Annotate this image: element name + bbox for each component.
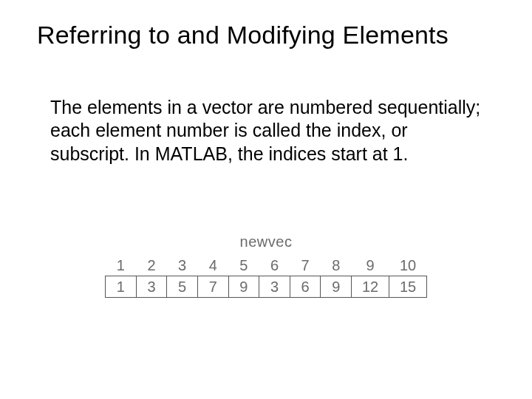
vector-figure: newvec 1 2 3 4 5 6 7 8 9 10 1 3 5 [105,233,427,298]
index-cell: 6 [259,255,290,276]
vector-table: 1 2 3 4 5 6 7 8 9 10 1 3 5 7 9 3 6 9 12 [105,255,427,298]
index-cell: 3 [167,255,198,276]
index-cell: 1 [106,255,137,276]
value-cell: 1 [106,276,137,298]
index-cell: 4 [197,255,228,276]
value-cell: 6 [290,276,321,298]
index-cell: 7 [290,255,321,276]
index-cell: 8 [321,255,352,276]
value-cell: 12 [352,276,389,298]
value-cell: 5 [167,276,198,298]
value-cell: 9 [321,276,352,298]
value-cell: 9 [228,276,259,298]
value-cell: 15 [389,276,427,298]
index-cell: 9 [352,255,389,276]
index-row: 1 2 3 4 5 6 7 8 9 10 [106,255,427,276]
page-title: Referring to and Modifying Elements [37,21,502,50]
index-cell: 10 [389,255,427,276]
body-paragraph: The elements in a vector are numbered se… [50,96,488,166]
value-cell: 3 [136,276,167,298]
figure-label: newvec [105,233,427,250]
value-cell: 7 [197,276,228,298]
index-cell: 2 [136,255,167,276]
slide: Referring to and Modifying Elements The … [0,0,532,399]
value-row: 1 3 5 7 9 3 6 9 12 15 [106,276,427,298]
value-cell: 3 [259,276,290,298]
index-cell: 5 [228,255,259,276]
